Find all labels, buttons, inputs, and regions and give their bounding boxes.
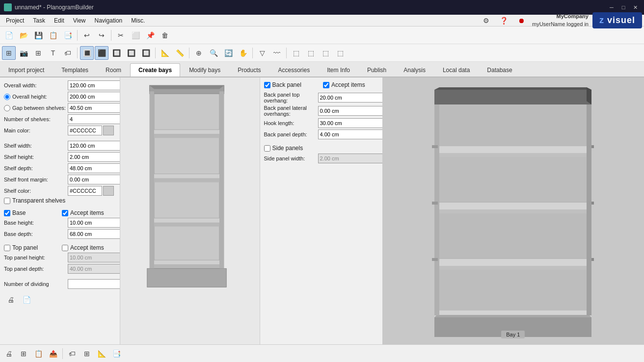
base-height-input[interactable] xyxy=(68,218,120,228)
tab-modify-bays[interactable]: Modify bays xyxy=(181,63,229,77)
overall-width-input[interactable] xyxy=(68,80,120,90)
tab-templates[interactable]: Templates xyxy=(53,63,97,77)
main-color-swatch[interactable] xyxy=(103,126,114,135)
shelf-color-input[interactable] xyxy=(68,186,102,196)
bottom-group-button[interactable]: ⊞ xyxy=(80,347,94,361)
back-panel-checkbox[interactable] xyxy=(264,82,270,88)
save-as-button[interactable]: 📋 xyxy=(46,28,60,42)
accept-items-top-checkbox[interactable] xyxy=(62,245,68,251)
record-icon[interactable]: ⏺ xyxy=(514,14,528,27)
bottom-grid-button[interactable]: ⊞ xyxy=(17,347,30,361)
delete-button[interactable]: 🗑 xyxy=(158,28,172,42)
tab-products[interactable]: Products xyxy=(229,63,269,77)
num-shelves-input[interactable] xyxy=(68,114,120,124)
align-left-button[interactable]: ⬚ xyxy=(289,46,303,60)
menu-task[interactable]: Task xyxy=(29,16,49,25)
top-panel-depth-input[interactable] xyxy=(68,264,120,274)
tab-local-data[interactable]: Local data xyxy=(434,63,478,77)
ruler-tool[interactable]: 📏 xyxy=(173,46,187,60)
tab-analysis[interactable]: Analysis xyxy=(395,63,434,77)
maximize-button[interactable]: □ xyxy=(618,2,628,12)
shelf-width-input[interactable] xyxy=(68,141,120,151)
menu-view[interactable]: View xyxy=(69,16,90,25)
menu-project[interactable]: Project xyxy=(2,16,28,25)
menu-navigation[interactable]: Navigation xyxy=(91,16,127,25)
align-center-button[interactable]: ⬚ xyxy=(319,46,332,60)
menu-misc[interactable]: Misc. xyxy=(127,16,149,25)
camera-tool[interactable]: 📷 xyxy=(17,46,30,60)
tab-database[interactable]: Database xyxy=(479,63,520,77)
tab-item-info[interactable]: Item Info xyxy=(319,63,358,77)
hook-length-input[interactable] xyxy=(318,118,382,128)
select-tool[interactable]: ⊞ xyxy=(2,46,16,60)
open-button[interactable]: 📂 xyxy=(17,28,30,42)
num-dividing-input[interactable] xyxy=(68,279,120,289)
shelf-height-input[interactable] xyxy=(68,152,120,162)
tab-create-bays[interactable]: Create bays xyxy=(130,63,180,77)
tab-import-project[interactable]: Import project xyxy=(0,63,53,77)
back-panel-lateral-input[interactable] xyxy=(318,106,382,116)
print-preview-button[interactable]: 📄 xyxy=(20,293,33,307)
close-button[interactable]: ✕ xyxy=(630,2,640,12)
tab-publish[interactable]: Publish xyxy=(359,63,395,77)
menu-edit[interactable]: Edit xyxy=(50,16,68,25)
filter-tool[interactable]: ▽ xyxy=(255,46,269,60)
view-top-button[interactable]: 🔲 xyxy=(124,46,138,60)
copy-button[interactable]: 📑 xyxy=(61,28,75,42)
gap-shelves-input[interactable] xyxy=(68,103,120,113)
bottom-highlight-button[interactable]: 🏷 xyxy=(65,347,79,361)
shelf-depth-input[interactable] xyxy=(68,163,120,173)
bottom-arrange-button[interactable]: 📐 xyxy=(95,347,108,361)
bottom-print-button[interactable]: 🖨 xyxy=(2,347,16,361)
analyze-tool[interactable]: 〰 xyxy=(270,46,284,60)
zoom-fit-button[interactable]: ⊕ xyxy=(192,46,206,60)
base-checkbox[interactable] xyxy=(4,210,10,216)
save-button[interactable]: 💾 xyxy=(31,28,45,42)
rotate-button[interactable]: 🔄 xyxy=(221,46,235,60)
paste-button[interactable]: 📌 xyxy=(143,28,157,42)
tab-accessories[interactable]: Accessories xyxy=(270,63,319,77)
back-panel-top-overhang-input[interactable] xyxy=(318,93,382,103)
settings-icon[interactable]: ⚙ xyxy=(479,14,493,27)
pan-button[interactable]: ✋ xyxy=(236,46,250,60)
bottom-layer-button[interactable]: 📋 xyxy=(31,347,45,361)
undo-button[interactable]: ↩ xyxy=(80,28,94,42)
base-depth-input[interactable] xyxy=(68,229,120,239)
minimize-button[interactable]: ─ xyxy=(607,2,617,12)
print-button[interactable]: 🖨 xyxy=(4,293,18,307)
top-panel-height-input[interactable] xyxy=(68,253,120,262)
copy2-button[interactable]: ⬜ xyxy=(129,28,142,42)
side-panels-checkbox[interactable] xyxy=(264,145,270,152)
view-3d-button[interactable]: 🔳 xyxy=(80,46,94,60)
distribute-button[interactable]: ⬚ xyxy=(333,46,347,60)
shelf-front-margin-input[interactable] xyxy=(68,175,120,184)
view-perspective-button[interactable]: 🔲 xyxy=(109,46,123,60)
view-side-button[interactable]: 🔲 xyxy=(139,46,153,60)
back-panel-depth-input[interactable] xyxy=(318,129,382,139)
label-tool[interactable]: 🏷 xyxy=(61,46,75,60)
help-icon[interactable]: ❓ xyxy=(497,14,510,27)
overall-height-radio[interactable] xyxy=(4,94,10,100)
redo-button[interactable]: ↪ xyxy=(95,28,108,42)
cut-button[interactable]: ✂ xyxy=(114,28,128,42)
text-tool[interactable]: T xyxy=(46,46,60,60)
grid-tool[interactable]: ⊞ xyxy=(31,46,45,60)
tab-room[interactable]: Room xyxy=(97,63,130,77)
side-panel-width-input[interactable] xyxy=(318,154,382,163)
new-button[interactable]: 📄 xyxy=(2,28,16,42)
center-canvas[interactable]: Back panel Accept items Back panel top o… xyxy=(120,78,382,344)
transparent-shelves-checkbox[interactable] xyxy=(4,198,10,204)
align-right-button[interactable]: ⬚ xyxy=(304,46,318,60)
top-panel-checkbox[interactable] xyxy=(4,245,10,251)
zoom-in-button[interactable]: 🔍 xyxy=(207,46,220,60)
right-3d-view[interactable]: Bay 1 xyxy=(382,78,644,344)
measure-tool[interactable]: 📐 xyxy=(158,46,172,60)
accept-items-base-checkbox[interactable] xyxy=(62,210,68,216)
gap-shelves-radio[interactable] xyxy=(4,105,10,111)
overall-height-input[interactable] xyxy=(68,92,120,102)
bottom-export-button[interactable]: 📤 xyxy=(46,347,60,361)
shelf-color-swatch[interactable] xyxy=(103,186,114,196)
main-color-input[interactable] xyxy=(68,126,102,135)
view-front-button[interactable]: ⬛ xyxy=(95,46,108,60)
bottom-copy-button[interactable]: 📑 xyxy=(109,347,123,361)
